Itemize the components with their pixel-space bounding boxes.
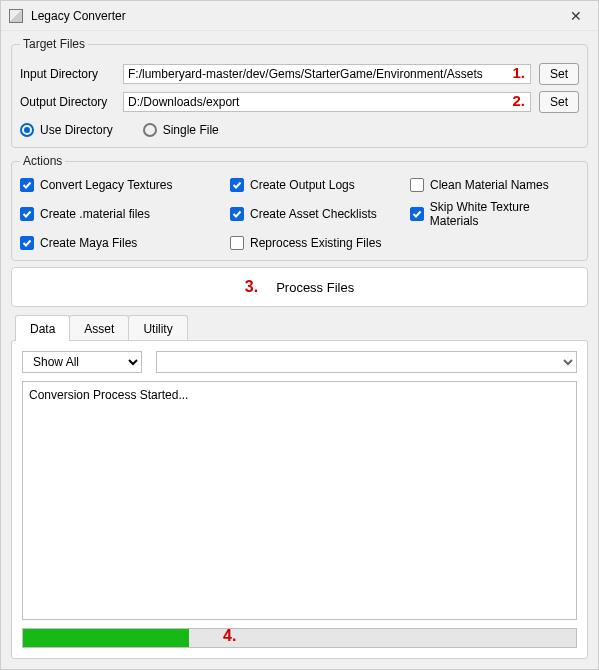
secondary-select[interactable] [156, 351, 577, 373]
action-label: Create Asset Checklists [250, 207, 377, 221]
window-title: Legacy Converter [31, 9, 562, 23]
input-dir-label: Input Directory [20, 67, 115, 81]
action-label: Clean Material Names [430, 178, 549, 192]
radio-icon [20, 123, 34, 137]
input-dir-field[interactable] [123, 64, 531, 84]
action-checkbox[interactable]: Create Maya Files [20, 236, 230, 250]
action-label: Create .material files [40, 207, 150, 221]
close-icon[interactable]: ✕ [562, 8, 590, 24]
checkbox-icon [230, 236, 244, 250]
action-label: Skip White Texture Materials [430, 200, 579, 228]
checkbox-checked-icon [20, 207, 34, 221]
annotation-4: 4. [223, 627, 236, 645]
action-label: Create Maya Files [40, 236, 137, 250]
process-files-button[interactable]: 3. Process Files [11, 267, 588, 307]
tab-data[interactable]: Data [15, 315, 70, 341]
action-checkbox[interactable]: Clean Material Names [410, 178, 579, 192]
process-files-label: Process Files [276, 280, 354, 295]
checkbox-checked-icon [230, 207, 244, 221]
progress-fill [23, 629, 189, 647]
action-checkbox[interactable]: Create .material files [20, 200, 230, 228]
checkbox-checked-icon [20, 236, 34, 250]
mode-single-file-label: Single File [163, 123, 219, 137]
checkbox-checked-icon [20, 178, 34, 192]
filter-select[interactable]: Show All [22, 351, 142, 373]
action-checkbox[interactable]: Reprocess Existing Files [230, 236, 410, 250]
filter-row: Show All [22, 351, 577, 373]
tab-body: Show All Conversion Process Started... 4… [11, 340, 588, 659]
content-area: Target Files Input Directory 1. Set Outp… [1, 31, 598, 669]
app-icon [9, 9, 23, 23]
output-dir-row: Output Directory 2. Set [20, 91, 579, 113]
action-checkbox[interactable]: Create Asset Checklists [230, 200, 410, 228]
log-area[interactable]: Conversion Process Started... [22, 381, 577, 620]
target-files-legend: Target Files [20, 37, 88, 51]
checkbox-icon [410, 178, 424, 192]
radio-icon [143, 123, 157, 137]
tabs-row: DataAssetUtility [11, 315, 588, 341]
action-checkbox[interactable]: Skip White Texture Materials [410, 200, 579, 228]
action-label: Create Output Logs [250, 178, 355, 192]
action-label: Convert Legacy Textures [40, 178, 173, 192]
actions-group: Actions Convert Legacy TexturesCreate Ou… [11, 154, 588, 261]
log-text: Conversion Process Started... [29, 388, 188, 402]
output-dir-field[interactable] [123, 92, 531, 112]
mode-use-directory[interactable]: Use Directory [20, 123, 113, 137]
target-files-group: Target Files Input Directory 1. Set Outp… [11, 37, 588, 148]
title-bar: Legacy Converter ✕ [1, 1, 598, 31]
mode-radio-row: Use Directory Single File [20, 123, 579, 137]
input-dir-set-button[interactable]: Set [539, 63, 579, 85]
checkbox-checked-icon [230, 178, 244, 192]
results-panel: DataAssetUtility Show All Conversion Pro… [11, 315, 588, 659]
output-dir-set-button[interactable]: Set [539, 91, 579, 113]
annotation-3: 3. [245, 278, 258, 296]
checkbox-checked-icon [410, 207, 424, 221]
action-checkbox[interactable]: Create Output Logs [230, 178, 410, 192]
app-window: Legacy Converter ✕ Target Files Input Di… [0, 0, 599, 670]
progress-bar: 4. [22, 628, 577, 648]
mode-single-file[interactable]: Single File [143, 123, 219, 137]
output-dir-label: Output Directory [20, 95, 115, 109]
action-checkbox[interactable]: Convert Legacy Textures [20, 178, 230, 192]
actions-legend: Actions [20, 154, 65, 168]
input-dir-row: Input Directory 1. Set [20, 63, 579, 85]
tab-asset[interactable]: Asset [69, 315, 129, 341]
mode-use-directory-label: Use Directory [40, 123, 113, 137]
tab-utility[interactable]: Utility [128, 315, 187, 341]
action-label: Reprocess Existing Files [250, 236, 381, 250]
